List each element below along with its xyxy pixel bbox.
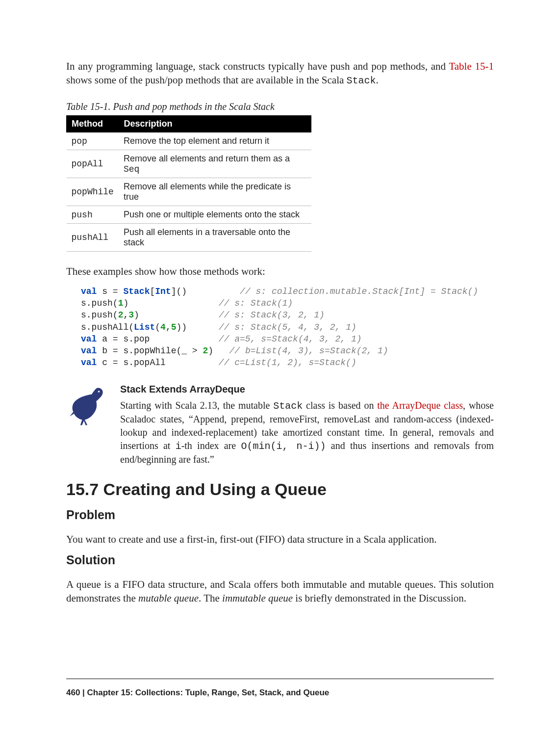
note-text: class is based on: [303, 400, 377, 411]
th-description: Description: [119, 116, 311, 132]
intro-code: Stack: [347, 75, 376, 86]
intro-paragraph: In any programming language, stack const…: [66, 59, 494, 87]
chapter-label: Chapter 15: Collections: Tuple, Range, S…: [87, 688, 330, 697]
problem-text: You want to create and use a first-in, f…: [66, 532, 494, 546]
table-row: popWhile Remove all elements while the p…: [67, 178, 311, 206]
cell-desc: Remove the top element and return it: [119, 132, 311, 150]
cell-method: popWhile: [67, 178, 119, 206]
table-row: popAll Remove all elements and return th…: [67, 150, 311, 178]
page-footer: 460 | Chapter 15: Collections: Tuple, Ra…: [66, 679, 494, 698]
table-ref-link[interactable]: Table 15-1: [449, 60, 494, 72]
cell-method: popAll: [67, 150, 119, 178]
cell-desc: Remove all elements while the predicate …: [119, 178, 311, 206]
cell-desc: Push one or multiple elements onto the s…: [119, 206, 311, 224]
note-text: -th index are: [181, 440, 241, 451]
solution-heading: Solution: [66, 553, 494, 567]
code-block: val s = Stack[Int]() // s: collection.mu…: [81, 286, 494, 369]
cell-method: push: [67, 206, 119, 224]
arraydeque-link[interactable]: the ArrayDeque class: [377, 400, 463, 411]
table-row: push Push one or multiple elements onto …: [67, 206, 311, 224]
note-block: Stack Extends ArrayDeque Starting with S…: [66, 383, 494, 466]
crow-icon: [66, 383, 110, 427]
note-code: i: [176, 441, 181, 452]
note-code: Stack: [273, 400, 303, 412]
cell-method: pushAll: [67, 224, 119, 252]
intro-text-3: .: [376, 74, 379, 86]
solution-text: A queue is a FIFO data structure, and Sc…: [66, 578, 494, 605]
problem-heading: Problem: [66, 508, 494, 522]
cell-method: pop: [67, 132, 119, 150]
table-row: pop Remove the top element and return it: [67, 132, 311, 150]
footer-sep: |: [80, 688, 87, 697]
table-caption: Table 15-1. Push and pop methods in the …: [66, 101, 494, 112]
cell-desc: Remove all elements and return them as a…: [119, 150, 311, 178]
methods-table: Method Description pop Remove the top el…: [66, 115, 311, 252]
note-text: Starting with Scala 2.13, the mutable: [120, 400, 273, 411]
section-title: 15.7 Creating and Using a Queue: [66, 480, 494, 499]
th-method: Method: [67, 116, 119, 132]
note-title: Stack Extends ArrayDeque: [120, 383, 494, 396]
table-header-row: Method Description: [67, 116, 311, 132]
examples-intro: These examples show how those methods wo…: [66, 264, 494, 278]
intro-text-1: In any programming language, stack const…: [66, 60, 449, 72]
intro-text-2: shows some of the push/pop methods that …: [66, 74, 347, 86]
note-body: Stack Extends ArrayDeque Starting with S…: [120, 383, 494, 466]
page: In any programming language, stack const…: [0, 0, 560, 736]
note-code: O(min(i, n-i)): [241, 441, 326, 452]
table-row: pushAll Push all elements in a traversab…: [67, 224, 311, 252]
cell-desc: Push all elements in a traversable onto …: [119, 224, 311, 252]
page-number: 460: [66, 688, 80, 697]
